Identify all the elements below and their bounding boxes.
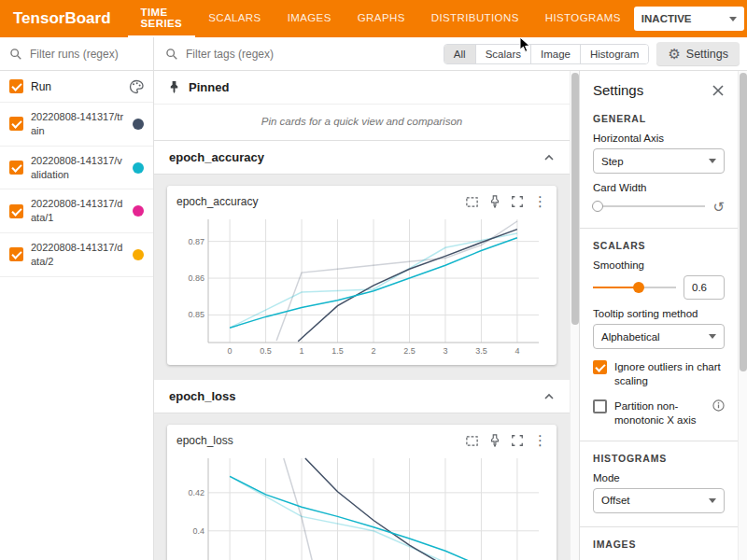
svg-text:3.5: 3.5 bbox=[475, 346, 487, 356]
card-header: epoch_loss bbox=[176, 432, 547, 449]
run-checkbox[interactable] bbox=[9, 117, 23, 131]
horizontal-axis-select[interactable]: Step bbox=[593, 148, 725, 174]
histogram-mode-select[interactable]: Offset bbox=[593, 488, 725, 513]
main-scrollbar[interactable] bbox=[570, 71, 579, 560]
card-width-row: ↺ bbox=[593, 198, 725, 215]
ignore-outliers-label: Ignore outliers in chart scaling bbox=[614, 360, 725, 388]
scalar-card-epoch-loss: epoch_loss bbox=[167, 425, 557, 560]
ignore-outliers-checkbox[interactable] bbox=[593, 360, 607, 374]
search-icon bbox=[9, 48, 22, 61]
epoch-accuracy-chart[interactable]: 00.511.522.533.540.850.860.87 bbox=[176, 212, 548, 359]
info-icon[interactable] bbox=[712, 399, 725, 412]
card-width-label: Card Width bbox=[593, 182, 725, 193]
epoch-loss-chart[interactable]: 00.511.522.533.540.360.380.40.42 bbox=[176, 451, 548, 560]
more-options-icon[interactable]: ⋮ bbox=[533, 193, 547, 210]
chevron-up-icon bbox=[543, 152, 555, 163]
run-row-data-2[interactable]: 20220808-141317/data/2 bbox=[0, 233, 153, 277]
filter-tags-input[interactable] bbox=[186, 48, 436, 61]
chip-all[interactable]: All bbox=[444, 45, 475, 63]
run-row-train[interactable]: 20220808-141317/train bbox=[0, 103, 153, 147]
scrollbar-thumb[interactable] bbox=[571, 73, 579, 325]
palette-icon[interactable] bbox=[129, 79, 144, 94]
smoothing-value-input[interactable]: 0.6 bbox=[684, 275, 725, 300]
run-row-data-1[interactable]: 20220808-141317/data/1 bbox=[0, 189, 153, 233]
cards-column: Pinned Pin cards for a quick view and co… bbox=[154, 71, 570, 560]
settings-section-histograms: HISTOGRAMS Mode Offset bbox=[580, 441, 738, 527]
svg-text:0.4: 0.4 bbox=[192, 526, 204, 536]
svg-text:0: 0 bbox=[228, 346, 233, 356]
select-all-runs-checkbox[interactable] bbox=[9, 79, 23, 93]
more-options-icon[interactable]: ⋮ bbox=[533, 432, 547, 449]
svg-text:2: 2 bbox=[371, 346, 375, 356]
nav-tabs: TIME SERIES SCALARS IMAGES GRAPHS DISTRI… bbox=[128, 0, 634, 37]
svg-text:0.5: 0.5 bbox=[260, 346, 272, 356]
pin-card-icon[interactable] bbox=[488, 195, 501, 208]
card-toolbar: ⋮ bbox=[465, 432, 547, 449]
fit-to-data-icon[interactable] bbox=[465, 195, 479, 209]
chevron-down-icon bbox=[729, 17, 737, 21]
chevron-down-icon bbox=[709, 159, 716, 163]
svg-text:4: 4 bbox=[514, 346, 519, 356]
chevron-up-icon bbox=[543, 391, 555, 402]
settings-button[interactable]: ⚙ Settings bbox=[656, 42, 740, 65]
pinned-title: Pinned bbox=[189, 80, 229, 94]
mode-label: Mode bbox=[593, 472, 725, 483]
scrollbar-thumb[interactable] bbox=[740, 73, 747, 371]
tab-distributions[interactable]: DISTRIBUTIONS bbox=[418, 0, 532, 37]
run-label: 20220808-141317/data/1 bbox=[31, 197, 125, 225]
run-checkbox[interactable] bbox=[9, 204, 23, 218]
slider-knob[interactable] bbox=[633, 282, 644, 293]
ignore-outliers-row[interactable]: Ignore outliers in chart scaling bbox=[593, 360, 725, 388]
tooltip-sorting-label: Tooltip sorting method bbox=[593, 308, 725, 319]
card-toolbar: ⋮ bbox=[465, 193, 547, 210]
tab-scalars[interactable]: SCALARS bbox=[195, 0, 275, 37]
smoothing-slider[interactable] bbox=[593, 279, 676, 296]
chip-scalars[interactable]: Scalars bbox=[475, 45, 530, 63]
scalar-card-epoch-accuracy: epoch_accuracy bbox=[167, 186, 557, 365]
card-title: epoch_loss bbox=[176, 434, 233, 447]
section-header-epoch-accuracy[interactable]: epoch_accuracy bbox=[154, 141, 570, 175]
card-width-slider[interactable] bbox=[593, 198, 705, 215]
fullscreen-icon[interactable] bbox=[511, 195, 524, 208]
run-label: 20220808-141317/train bbox=[31, 110, 125, 138]
partition-x-axis-row[interactable]: Partition non-monotonic X axis bbox=[593, 399, 725, 427]
chip-image[interactable]: Image bbox=[530, 45, 580, 63]
slider-knob[interactable] bbox=[592, 201, 603, 212]
settings-section-images: IMAGES Brightness ↺ Contrast bbox=[580, 527, 738, 560]
reload-status-dropdown[interactable]: INACTIVE bbox=[634, 7, 744, 31]
fullscreen-icon[interactable] bbox=[511, 434, 524, 447]
fit-to-data-icon[interactable] bbox=[465, 434, 479, 448]
tab-time-series[interactable]: TIME SERIES bbox=[128, 0, 196, 37]
run-column-label: Run bbox=[31, 80, 121, 93]
chip-histogram[interactable]: Histogram bbox=[580, 45, 648, 63]
section-header-epoch-loss[interactable]: epoch_loss bbox=[154, 380, 570, 413]
filter-runs-input[interactable] bbox=[30, 48, 144, 61]
run-row-validation[interactable]: 20220808-141317/validation bbox=[0, 147, 153, 190]
chevron-down-icon bbox=[709, 334, 716, 339]
settings-scrollbar[interactable] bbox=[738, 71, 747, 560]
tab-histograms[interactable]: HISTOGRAMS bbox=[532, 0, 634, 37]
run-color-dot bbox=[133, 162, 144, 174]
histogram-mode-value: Offset bbox=[601, 495, 629, 506]
partition-x-axis-checkbox[interactable] bbox=[593, 399, 607, 413]
pin-icon bbox=[167, 80, 181, 94]
run-checkbox[interactable] bbox=[9, 247, 23, 261]
svg-text:0.86: 0.86 bbox=[188, 273, 204, 283]
run-checkbox[interactable] bbox=[9, 161, 23, 175]
settings-section-general: GENERAL Horizontal Axis Step Card Width bbox=[580, 102, 738, 229]
tab-graphs[interactable]: GRAPHS bbox=[345, 0, 418, 37]
lower-area: Pinned Pin cards for a quick view and co… bbox=[154, 71, 747, 560]
reset-icon[interactable]: ↺ bbox=[712, 200, 725, 214]
tab-images[interactable]: IMAGES bbox=[275, 0, 345, 37]
section-title: epoch_loss bbox=[169, 389, 236, 403]
svg-text:2.5: 2.5 bbox=[403, 346, 416, 356]
settings-button-label: Settings bbox=[686, 48, 728, 61]
smoothing-label: Smoothing bbox=[593, 259, 725, 271]
pin-card-icon[interactable] bbox=[488, 434, 501, 447]
runs-sidebar: Run 20220808-141317/train 20220808-14131… bbox=[0, 37, 154, 560]
section-name: IMAGES bbox=[593, 539, 725, 550]
close-icon[interactable] bbox=[712, 84, 725, 97]
gear-icon: ⚙ bbox=[668, 47, 680, 61]
tooltip-sorting-select[interactable]: Alphabetical bbox=[593, 324, 725, 349]
right-area: All Scalars Image Histogram ⚙ Settings P… bbox=[154, 37, 747, 560]
